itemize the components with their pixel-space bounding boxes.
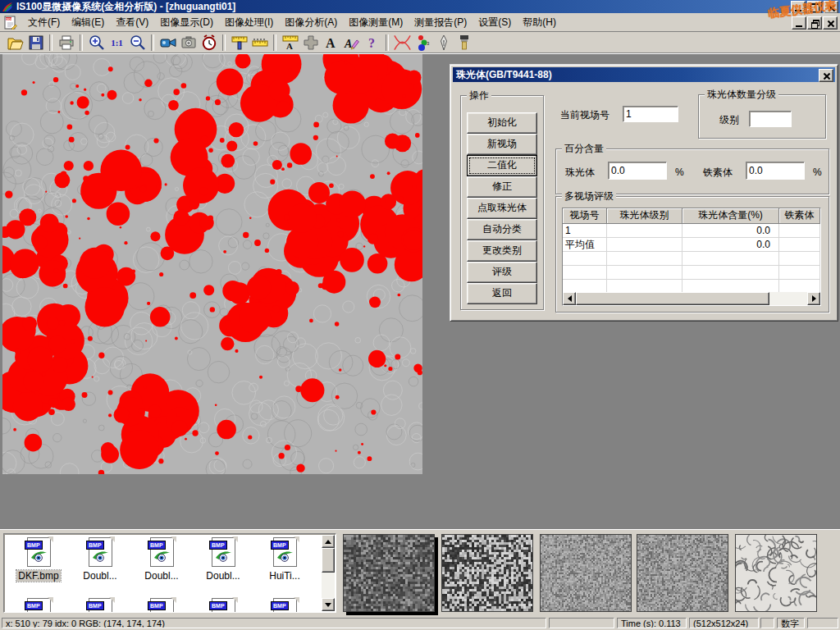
- col-pearlite-grade: 珠光体级别: [607, 208, 682, 224]
- correct-button[interactable]: 修正: [467, 176, 537, 198]
- phase-points-icon[interactable]: 3: [413, 33, 433, 52]
- current-field-input[interactable]: [623, 106, 678, 122]
- window-title: IS100显微摄像系统(金相分析版) - [zhuguangti01]: [16, 0, 235, 14]
- scrollbar-thumb[interactable]: [322, 548, 335, 573]
- thumbnail-1[interactable]: [343, 534, 435, 612]
- video-capture-icon[interactable]: [158, 33, 178, 52]
- move-cross-icon[interactable]: [300, 33, 321, 52]
- file-list[interactable]: BMP DKF.bmp BMP Doubl... BMP Doubl...: [3, 533, 336, 613]
- file-item[interactable]: BMP: [9, 598, 68, 613]
- table-row[interactable]: 1 0.0: [563, 224, 820, 238]
- file-item[interactable]: BMP: [255, 598, 314, 613]
- file-item[interactable]: BMP DKF.bmp: [9, 537, 68, 582]
- rate-button[interactable]: 评级: [467, 262, 537, 283]
- file-item[interactable]: BMP Doubl...: [194, 537, 253, 582]
- file-item[interactable]: BMP HuiTi...: [255, 537, 314, 582]
- file-name[interactable]: Doubl...: [81, 570, 118, 582]
- menu-report[interactable]: 测量报告(P): [409, 14, 472, 30]
- menu-image-measure[interactable]: 图像测量(M): [343, 14, 409, 30]
- menu-view[interactable]: 查看(V): [110, 14, 154, 30]
- table-row[interactable]: 平均值 0.0: [563, 238, 820, 252]
- thumbnail-2[interactable]: [441, 534, 533, 612]
- file-item[interactable]: BMP Doubl...: [71, 537, 130, 582]
- zoom-out-icon[interactable]: [127, 33, 148, 52]
- file-name[interactable]: HuiTi...: [267, 570, 302, 582]
- table-horizontal-scrollbar[interactable]: [563, 292, 820, 305]
- zoom-in-icon[interactable]: [86, 33, 107, 52]
- status-time: Time (s): 0.113: [617, 618, 687, 628]
- minimize-button[interactable]: [791, 1, 806, 14]
- pearlite-percent-input[interactable]: [608, 162, 667, 180]
- percent-group-label: 百分含量: [562, 143, 606, 154]
- return-button[interactable]: 返回: [467, 283, 537, 304]
- menu-settings[interactable]: 设置(S): [472, 14, 517, 30]
- file-item[interactable]: BMP: [71, 598, 130, 613]
- measure-annotate-icon[interactable]: A: [280, 33, 300, 52]
- scroll-left-icon[interactable]: [563, 292, 576, 305]
- maximize-button[interactable]: [807, 1, 822, 14]
- timer-icon[interactable]: [199, 33, 219, 52]
- menu-image-display[interactable]: 图像显示(D): [154, 14, 219, 30]
- status-cursor-info: x: 510 y: 79 idx: 0 RGB: (174, 174, 174): [2, 618, 546, 628]
- title-bar: IS100显微摄像系统(金相分析版) - [zhuguangti01]: [0, 0, 840, 13]
- file-name[interactable]: Doubl...: [204, 570, 241, 582]
- brush-tool-icon[interactable]: [454, 33, 474, 52]
- file-name[interactable]: Doubl...: [143, 570, 180, 582]
- thumbnail-3[interactable]: [540, 534, 632, 612]
- grade-input[interactable]: [749, 111, 792, 127]
- file-item[interactable]: BMP: [132, 598, 191, 613]
- scroll-right-icon[interactable]: [807, 292, 820, 305]
- change-class-button[interactable]: 更改类别: [467, 240, 537, 262]
- actual-size-icon[interactable]: 1:1: [107, 33, 127, 52]
- curve-tool-icon[interactable]: [392, 33, 413, 52]
- scroll-down-icon[interactable]: [322, 598, 335, 611]
- text-annotate-icon[interactable]: A: [321, 33, 341, 52]
- initialize-button[interactable]: 初始化: [467, 112, 537, 134]
- file-list-scrollbar[interactable]: [322, 535, 335, 611]
- cell-grade: [607, 224, 682, 238]
- menu-image-analysis[interactable]: 图像分析(A): [279, 14, 343, 30]
- save-icon[interactable]: [25, 33, 46, 52]
- file-item[interactable]: BMP Doubl...: [132, 537, 191, 582]
- dialog-close-button[interactable]: [819, 69, 833, 82]
- grade-label: 级别: [719, 114, 739, 126]
- thumbnail-5[interactable]: [735, 534, 817, 612]
- menu-bar: DOC 文件(F) 编辑(E) 查看(V) 图像显示(D) 图像处理(I) 图像…: [0, 13, 840, 32]
- dialog-title: 珠光体(GB/T9441-88): [456, 69, 552, 80]
- svg-text:3: 3: [427, 41, 430, 46]
- open-file-icon[interactable]: [5, 33, 25, 52]
- svg-text:DOC: DOC: [7, 17, 13, 21]
- file-browser-panel: BMP DKF.bmp BMP Doubl... BMP Doubl...: [0, 529, 840, 617]
- ruler-measure-icon[interactable]: [249, 33, 270, 52]
- scrollbar-thumb[interactable]: [576, 292, 769, 305]
- pick-pearlite-button[interactable]: 点取珠光体: [467, 198, 537, 219]
- mdi-close-button[interactable]: [823, 16, 838, 30]
- edit-annotate-icon[interactable]: A: [341, 33, 362, 52]
- mdi-minimize-button[interactable]: [792, 16, 806, 30]
- pen-tool-icon[interactable]: [433, 33, 454, 52]
- help-icon[interactable]: ?: [362, 33, 382, 52]
- binarized-micrograph-image[interactable]: [2, 54, 422, 474]
- status-spare-panel-2: [760, 618, 774, 628]
- close-button[interactable]: [824, 1, 838, 14]
- file-name[interactable]: DKF.bmp: [16, 570, 60, 582]
- menu-edit[interactable]: 编辑(E): [66, 14, 110, 30]
- menu-help[interactable]: 帮助(H): [517, 14, 562, 30]
- mdi-restore-button[interactable]: [807, 16, 822, 30]
- file-item[interactable]: BMP: [194, 598, 253, 613]
- ferrite-label: 铁素体: [703, 167, 733, 178]
- dialog-title-bar[interactable]: 珠光体(GB/T9441-88): [453, 67, 835, 82]
- caliper-measure-icon[interactable]: [229, 33, 249, 52]
- thumbnail-4[interactable]: [637, 534, 728, 612]
- current-field-label: 当前视场号: [560, 109, 609, 121]
- ferrite-percent-input[interactable]: [746, 162, 805, 180]
- auto-classify-button[interactable]: 自动分类: [467, 219, 537, 240]
- menu-image-process[interactable]: 图像处理(I): [219, 14, 279, 30]
- camera-capture-icon[interactable]: [178, 33, 199, 52]
- print-icon[interactable]: [56, 33, 76, 52]
- scroll-up-icon[interactable]: [322, 535, 335, 548]
- menu-file[interactable]: 文件(F): [22, 14, 66, 30]
- operations-group: 操作 初始化 新视场 二值化 修正 点取珠光体 自动分类 更改类别 评级 返回: [460, 95, 544, 310]
- binarize-button[interactable]: 二值化: [467, 155, 537, 176]
- new-field-button[interactable]: 新视场: [467, 134, 537, 155]
